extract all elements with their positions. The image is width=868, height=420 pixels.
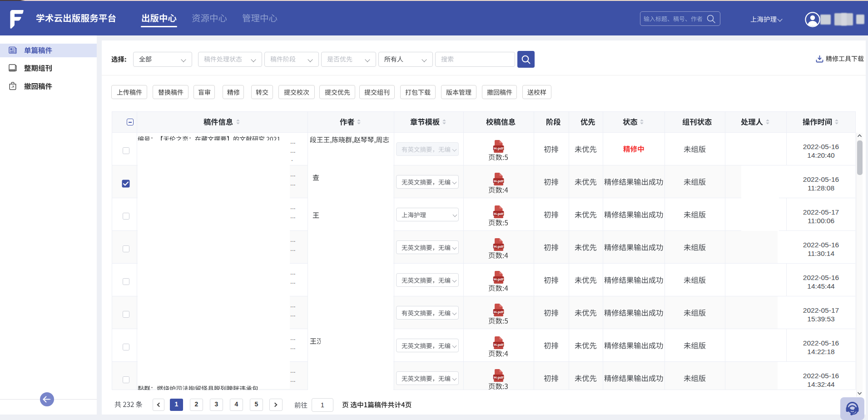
svg-text:H-pdf: H-pdf [494, 343, 503, 347]
svg-text:H-pdf: H-pdf [494, 310, 503, 314]
svg-text:H-pdf: H-pdf [494, 146, 503, 150]
svg-text:H-pdf: H-pdf [494, 375, 503, 380]
svg-text:H-pdf: H-pdf [494, 179, 503, 183]
svg-text:H-pdf: H-pdf [494, 212, 503, 216]
svg-text:H-pdf: H-pdf [494, 245, 503, 249]
svg-text:H-pdf: H-pdf [494, 277, 503, 281]
